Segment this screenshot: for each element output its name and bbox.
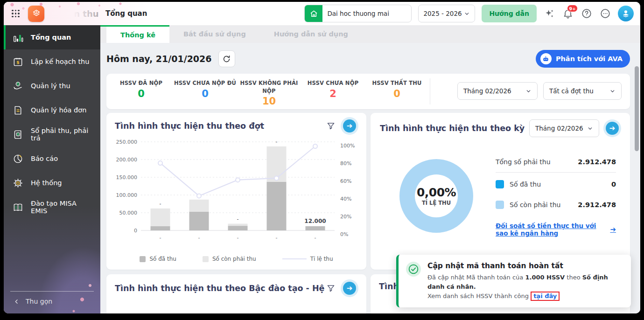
analyze-with-ava-button[interactable]: Phân tích với AVA — [536, 50, 630, 68]
ava-robot-icon — [540, 53, 552, 64]
legend-swatch — [140, 256, 146, 262]
stat-hssv-chua-nop: HSSV CHƯA NỘP 2 — [301, 79, 365, 99]
more-icon[interactable] — [599, 7, 611, 20]
sidebar-item-bao-cao[interactable]: Báo cáo — [4, 146, 100, 171]
sidebar-item-label: Đào tạo MISA EMIS — [31, 200, 92, 215]
app-window: Khoản thu Tổng quan Dai hoc thuong mai 2… — [4, 2, 640, 313]
period-filter-select[interactable]: Tháng 02/2026 — [529, 119, 599, 137]
remaining-row: Số còn phải thu 2.912.478 — [496, 198, 616, 212]
arrow-right-icon: ➔ — [347, 285, 353, 292]
vertical-scrollbar[interactable] — [635, 66, 639, 151]
go-to-detail-button[interactable]: ➔ — [343, 282, 356, 295]
app-logo-icon[interactable] — [28, 6, 44, 22]
svg-text:0: 0 — [134, 228, 137, 234]
legend-line-swatch — [282, 258, 307, 259]
top-header: Khoản thu Tổng quan Dai hoc thuong mai 2… — [4, 2, 640, 25]
sidebar: Tổng quan $ Lập kế hoạch thu $ Quản lý t… — [4, 25, 100, 313]
sidebar-item-lap-ke-hoach-thu[interactable]: $ Lập kế hoạch thu — [4, 49, 100, 74]
stat-hssv-chua-nop-du: HSSV CHƯA NỘP ĐỦ 0 — [173, 79, 237, 99]
chart-title: Tình hình thực hiện thu theo Bậc đào tạo… — [115, 284, 325, 293]
toast-link-tai-day[interactable]: tại đây — [531, 292, 560, 301]
sidebar-item-label: Hệ thống — [31, 179, 62, 187]
main-area: Thống kê Bắt đầu sử dụng Hướng dẫn sử dụ… — [100, 25, 640, 313]
legend-swatch — [203, 256, 209, 262]
app-title: Khoản thu — [50, 9, 99, 19]
sidebar-collapse-button[interactable]: Thu gọn — [4, 291, 100, 313]
sidebar-item-so-phai-thu-phai-tra[interactable]: $ Sổ phải thu, phải trả — [4, 122, 100, 146]
school-selector[interactable]: Dai hoc thuong mai — [304, 5, 412, 22]
help-icon[interactable] — [581, 7, 593, 20]
legend-swatch — [496, 180, 504, 188]
tab-bat-dau-su-dung[interactable]: Bắt đầu sử dụng — [169, 25, 260, 43]
avatar-icon[interactable] — [618, 6, 634, 21]
arrow-right-icon: ➔ — [347, 123, 353, 130]
svg-text:-: - — [237, 235, 239, 241]
donut-caption: TỈ LỆ THU — [422, 200, 451, 206]
sidebar-item-label: Lập kế hoạch thu — [31, 58, 90, 65]
today-label: Hôm nay, 21/01/2026 — [106, 54, 212, 64]
refresh-icon — [222, 55, 231, 63]
svg-text:-: - — [160, 235, 161, 241]
arrow-right-icon: ➔ — [610, 225, 616, 234]
tab-huong-dan-su-dung[interactable]: Hướng dẫn sử dụng — [260, 25, 362, 43]
gear-icon — [12, 177, 23, 188]
chevron-down-icon — [464, 11, 470, 17]
divider — [496, 172, 616, 173]
svg-text:50.000: 50.000 — [119, 210, 138, 216]
go-to-detail-button[interactable]: ➔ — [343, 119, 356, 132]
refresh-button[interactable] — [218, 50, 235, 67]
svg-text:100.000: 100.000 — [116, 192, 138, 198]
notification-badge: 9+ — [567, 5, 578, 12]
sidebar-item-dao-tao-misa-emis[interactable]: Đào tạo MISA EMIS — [4, 195, 100, 219]
sidebar-item-he-thong[interactable]: Hệ thống — [4, 171, 100, 195]
school-year-value: 2025 - 2026 — [423, 10, 462, 17]
chevron-down-icon — [609, 88, 616, 94]
check-circle-icon — [406, 262, 421, 277]
invoice-icon — [12, 104, 23, 116]
sidebar-item-label: Quản lý hóa đơn — [31, 106, 86, 114]
chart-card-thu-theo-ky: Tình hình thực hiện thu theo kỳ Tháng 02… — [371, 113, 630, 270]
total-receivable-row: Tổng số phải thu 2.912.478 — [496, 155, 616, 169]
svg-text:40%: 40% — [340, 196, 351, 202]
svg-text:$: $ — [16, 82, 19, 86]
stat-hssv-khong-phai-nop: HSSV KHÔNG PHẢI NỘP 10 — [237, 79, 301, 107]
svg-text:80%: 80% — [340, 160, 351, 167]
legend-swatch — [496, 201, 504, 209]
ava-button-label: Phân tích với AVA — [556, 55, 623, 63]
toast-notification[interactable]: Cập nhật mã thanh toán hoàn tất Đã cập n… — [396, 255, 631, 307]
stat-hssv-da-nop: HSSV ĐÃ NỘP 0 — [109, 79, 173, 99]
bar-chart-icon — [12, 32, 23, 43]
donut-percentage: 0,00% — [417, 186, 456, 199]
ledger-icon: $ — [12, 129, 23, 140]
bar-line-chart: 250.000100%200.00080%150.00060%100.00040… — [115, 135, 358, 255]
go-to-detail-button[interactable]: ➔ — [606, 122, 619, 135]
hand-money-icon: $ — [12, 80, 23, 91]
tab-thong-ke[interactable]: Thống kê — [106, 25, 169, 43]
app-grid-icon[interactable] — [12, 10, 20, 18]
sidebar-item-quan-ly-hoa-don[interactable]: Quản lý hóa đơn — [4, 98, 100, 122]
toast-body: Đã cập nhật Mã thanh toán của 1.000 HSSV… — [427, 273, 623, 301]
toast-title: Cập nhật mã thanh toán hoàn tất — [427, 262, 623, 270]
calendar-dollar-icon: $ — [12, 56, 23, 67]
bell-icon[interactable]: 9+ — [562, 7, 574, 20]
filter-funnel-icon[interactable] — [325, 120, 336, 132]
collected-row: Số đã thu 0 — [496, 177, 616, 191]
sidebar-item-quan-ly-thu[interactable]: $ Quản lý thu — [4, 74, 100, 98]
sidebar-item-label: Báo cáo — [31, 155, 58, 162]
school-year-select[interactable]: 2025 - 2026 — [418, 5, 475, 22]
arrow-right-icon: ➔ — [609, 125, 616, 132]
bank-reconcile-link[interactable]: Đối soát số tiền thực thu với sao kê ngâ… — [496, 222, 616, 237]
school-icon — [305, 5, 322, 22]
sidebar-item-label: Tổng quan — [31, 34, 71, 41]
sidebar-item-label: Quản lý thu — [31, 82, 70, 90]
sidebar-item-tong-quan[interactable]: Tổng quan — [4, 25, 100, 49]
svg-text:-: - — [160, 201, 161, 207]
month-filter-select[interactable]: Tháng 02/2026 — [457, 82, 538, 100]
donut-chart: 0,00% TỈ LỆ THU — [399, 159, 473, 233]
sparkles-icon[interactable] — [543, 7, 555, 20]
filter-funnel-icon[interactable] — [325, 283, 336, 294]
svg-text:150.000: 150.000 — [116, 174, 138, 181]
header-nav-tong-quan[interactable]: Tổng quan — [105, 2, 147, 25]
guide-button[interactable]: Hướng dẫn — [482, 5, 537, 22]
batch-filter-select[interactable]: Tất cả đợt thu — [543, 82, 622, 100]
